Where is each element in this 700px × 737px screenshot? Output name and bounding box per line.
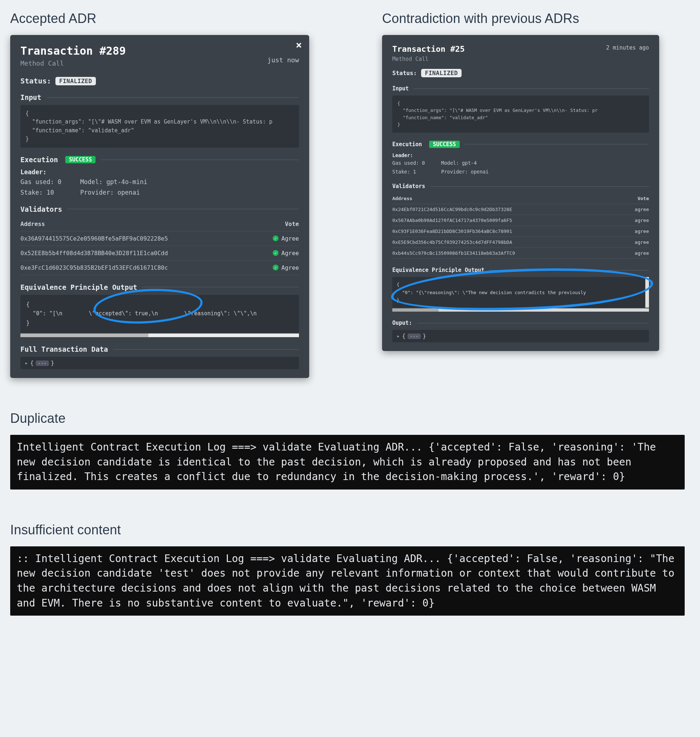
ep-output-code: { "0": "{\"reasoning\": \"The new decisi… (392, 277, 645, 308)
model: Model: gpt-4o-mini (80, 177, 299, 187)
ep-output-code: { "0": "[\n \"accepted\": true,\n \"reas… (21, 295, 299, 333)
output-heading: Ouput: (392, 320, 649, 326)
provider: Provider: openai (441, 168, 649, 176)
model: Model: gpt-4 (441, 159, 649, 167)
validators-heading: Validators (21, 205, 299, 213)
leader-heading: Leader: (392, 152, 649, 160)
transaction-subtitle: Method Call (21, 59, 299, 67)
check-icon (273, 235, 278, 241)
ellipsis-icon: ··· (36, 361, 49, 366)
validator-row: 0x24Ebf0721C24d516CcAC99bdc0c9c9d2Db3732… (392, 204, 649, 215)
execution-status-badge: SUCCESS (429, 141, 459, 148)
execution-heading: Execution SUCCESS (392, 141, 649, 148)
scrollbar-vertical[interactable] (645, 277, 649, 308)
leader-block: Leader: Gas used: 0 Model: gpt-4o-mini S… (21, 167, 299, 198)
scrollbar-horizontal[interactable] (392, 308, 649, 312)
section-title-insufficient: Insufficient content (10, 522, 690, 537)
leader-heading: Leader: (21, 167, 299, 177)
chevron-right-icon: ▸ (25, 360, 28, 366)
validator-row: 0xe3FcC1d6023C95b835B2bEF1d53EFCd61671C8… (21, 261, 299, 275)
validators-table: Address Vote 0x36A974415575Ce2e05960Bfe5… (21, 217, 299, 275)
input-heading: Input (392, 85, 649, 92)
section-title-contradiction: Contradiction with previous ADRs (382, 11, 659, 26)
col-address: Address (21, 220, 45, 228)
gas-used: Gas used: 0 (392, 159, 432, 167)
validator-row: 0x36A974415575Ce2e05960Bfe5aFBF9aC092228… (21, 232, 299, 246)
stake: Stake: 1 (392, 168, 432, 176)
console-log-duplicate: Intelligent Contract Execution Log ===> … (10, 435, 685, 489)
transaction-title: Transaction #289 (21, 44, 299, 57)
validator-row: 0x52EE8b5b4ff08d4d3878BB40e3D28f11E1ca0C… (21, 246, 299, 261)
stake: Stake: 10 (21, 188, 72, 198)
input-code: { "function_args": "[\"# WASM over EVM a… (21, 105, 299, 148)
status-badge: FINALIZED (421, 69, 461, 77)
status-badge: FINALIZED (56, 77, 96, 85)
transaction-card-right: 2 minutes ago Transaction #25 Method Cal… (382, 35, 659, 351)
scrollbar-horizontal[interactable] (21, 333, 299, 337)
status-label: Status: (392, 70, 417, 76)
timestamp: 2 minutes ago (606, 44, 649, 51)
col-vote: Vote (638, 196, 649, 201)
section-title-duplicate: Duplicate (10, 411, 690, 426)
validator-row: 0xC93F1E036Fea8D21bDD8C3019Fb364aBC8c789… (392, 226, 649, 237)
full-tx-heading: Full Transaction Data (21, 345, 299, 353)
validator-row: 0xb44s5Cc970cBc13509086fb1E34118eb63a3Af… (392, 248, 649, 259)
ep-output-heading: Equivalence Principle Output (21, 283, 299, 291)
gas-used: Gas used: 0 (21, 177, 72, 187)
validators-table: Address Vote 0x24Ebf0721C24d516CcAC99bdc… (392, 193, 649, 259)
section-title-accepted: Accepted ADR (10, 11, 309, 26)
leader-block: Leader: Gas used: 0 Model: gpt-4 Stake: … (392, 152, 649, 176)
execution-status-badge: SUCCESS (65, 156, 96, 163)
provider: Provider: openai (80, 188, 299, 198)
col-address: Address (392, 196, 412, 201)
transaction-subtitle: Method Call (392, 56, 649, 62)
chevron-right-icon: ▸ (397, 333, 400, 339)
ep-output-heading: Equivalence Principle Output (392, 267, 649, 273)
status-label: Status: (21, 76, 51, 85)
check-icon (273, 250, 278, 256)
col-vote: Vote (285, 220, 299, 228)
ellipsis-icon: ··· (407, 333, 421, 339)
timestamp: just now (267, 56, 299, 64)
execution-heading: Execution SUCCESS (21, 156, 299, 164)
check-icon (273, 264, 278, 270)
validator-row: 0xE5E9Cbd356c4b75Cf039274253c4d7dFF4798b… (392, 237, 649, 248)
full-tx-data[interactable]: ▸ { ··· } (21, 357, 299, 369)
validator-row: 0x567AAba0b90Ad1270fAC14717a4370e5009fa6… (392, 215, 649, 226)
console-log-insufficient: :: Intelligent Contract Execution Log ==… (10, 546, 685, 616)
input-heading: Input (21, 93, 299, 101)
close-icon[interactable]: × (296, 40, 302, 50)
transaction-card-left: × just now Transaction #289 Method Call … (10, 35, 309, 378)
input-code: { "function_args": "[\"# WASM over EVM a… (392, 95, 649, 133)
validators-heading: Validators (392, 183, 649, 189)
output-data[interactable]: ▸ { ··· } (392, 330, 649, 342)
